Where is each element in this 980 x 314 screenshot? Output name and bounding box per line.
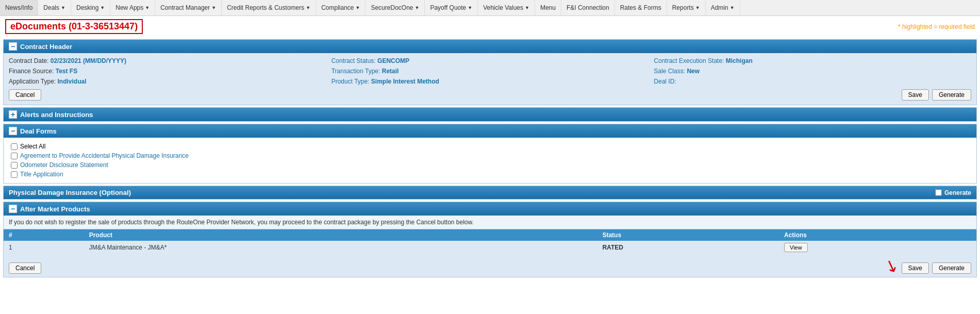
nav-desking[interactable]: Desking ▼	[71, 0, 110, 15]
accidental-damage-checkbox[interactable]	[11, 153, 18, 159]
alerts-section: + Alerts and Instructions	[3, 107, 977, 122]
deal-forms-section: − Deal Forms Select All Agreement to Pro…	[3, 124, 977, 184]
aftermarket-table: # Product Status Actions 1 JM&A Maintena…	[4, 229, 976, 254]
contract-header-grid: Contract Date: 02/23/2021 (MM/DD/YYYY) C…	[9, 56, 971, 86]
aftermarket-note: If you do not wish to register the sale …	[4, 216, 976, 229]
checkbox-accidental-damage: Agreement to Provide Accidental Physical…	[11, 151, 969, 160]
physical-damage-section: Physical Damage Insurance (Optional) Gen…	[3, 186, 977, 200]
row-num: 1	[4, 241, 84, 254]
aftermarket-section: − After Market Products If you do not wi…	[3, 202, 977, 277]
aftermarket-table-body: 1 JM&A Maintenance - JM&A* RATED View	[4, 241, 976, 254]
table-row: 1 JM&A Maintenance - JM&A* RATED View	[4, 241, 976, 254]
view-button[interactable]: View	[784, 243, 808, 252]
chevron-down-icon: ▼	[100, 5, 105, 10]
aftermarket-label: After Market Products	[20, 205, 90, 213]
accidental-damage-link[interactable]: Agreement to Provide Accidental Physical…	[20, 152, 189, 159]
chevron-down-icon: ▼	[61, 5, 65, 10]
row-status: RATED	[597, 241, 779, 254]
pdi-generate-area: Generate	[935, 189, 971, 196]
navigation-bar: News/Info Deals ▼ Desking ▼ New Apps ▼ C…	[0, 0, 980, 16]
nav-rates-forms[interactable]: Rates & Forms	[615, 0, 667, 15]
nav-new-apps[interactable]: New Apps ▼	[110, 0, 155, 15]
nav-reports[interactable]: Reports ▼	[667, 0, 706, 15]
nav-menu[interactable]: Menu	[535, 0, 561, 15]
aftermarket-right-area: ↘ Save Generate	[885, 257, 971, 274]
red-arrow-icon: ↘	[882, 255, 901, 275]
deal-forms-toggle[interactable]: − Deal Forms	[4, 124, 976, 138]
chevron-down-icon: ▼	[695, 5, 700, 10]
contract-date-field: Contract Date: 02/23/2021 (MM/DD/YYYY)	[9, 56, 326, 65]
alerts-label: Alerts and Instructions	[20, 111, 93, 119]
arrow-indicator: ↘	[885, 257, 899, 274]
physical-damage-label: Physical Damage Insurance (Optional)	[9, 189, 131, 196]
contract-status-field: Contract Status: GENCOMP	[331, 56, 649, 65]
aftermarket-content: If you do not wish to register the sale …	[4, 216, 976, 277]
collapse-icon: −	[9, 42, 17, 51]
aftermarket-cancel-button[interactable]: Cancel	[9, 262, 41, 274]
contract-header-content: Contract Date: 02/23/2021 (MM/DD/YYYY) C…	[4, 53, 976, 105]
nav-news-info[interactable]: News/Info	[0, 0, 38, 15]
checkbox-title-application: Title Application	[11, 170, 969, 179]
save-button[interactable]: Save	[902, 89, 929, 101]
alerts-toggle[interactable]: + Alerts and Instructions	[4, 108, 976, 121]
aftermarket-save-button[interactable]: Save	[902, 262, 929, 274]
nav-admin[interactable]: Admin ▼	[706, 0, 740, 15]
chevron-down-icon: ▼	[730, 5, 735, 10]
product-type-field: Product Type: Simple Interest Method	[331, 77, 649, 86]
aftermarket-generate-button[interactable]: Generate	[932, 262, 971, 274]
select-all-checkbox[interactable]	[11, 143, 18, 150]
col-status: Status	[597, 229, 779, 241]
pdi-generate-label: Generate	[944, 189, 971, 196]
nav-vehicle-values[interactable]: Vehicle Values ▼	[478, 0, 535, 15]
chevron-down-icon: ▼	[468, 5, 472, 10]
checkbox-odometer: Odometer Disclosure Statement	[11, 160, 969, 170]
collapse-icon: −	[9, 205, 17, 213]
sale-class-field: Sale Class: New	[654, 67, 971, 76]
required-field-note: * highlighted = required field	[898, 23, 975, 30]
contract-header-label: Contract Header	[20, 43, 72, 51]
nav-deals[interactable]: Deals ▼	[38, 0, 71, 15]
odometer-checkbox[interactable]	[11, 162, 18, 169]
checkbox-select-all: Select All	[11, 142, 969, 151]
contract-header-buttons: Cancel Save Generate	[9, 86, 971, 102]
chevron-down-icon: ▼	[211, 5, 216, 10]
contract-header-toggle[interactable]: − Contract Header	[4, 40, 976, 53]
nav-credit-reports[interactable]: Credit Reports & Customers ▼	[222, 0, 316, 15]
expand-icon: +	[9, 110, 17, 119]
nav-payoff-quote[interactable]: Payoff Quote ▼	[425, 0, 478, 15]
nav-compliance[interactable]: Compliance ▼	[316, 0, 366, 15]
page-title: eDocuments (01-3-36513447)	[5, 19, 143, 34]
deal-id-field: Deal ID:	[654, 77, 971, 86]
finance-source-field: Finance Source: Test FS	[9, 67, 326, 76]
transaction-type-field: Transaction Type: Retail	[331, 67, 649, 76]
nav-fi-connection[interactable]: F&I Connection	[561, 0, 615, 15]
title-application-link[interactable]: Title Application	[20, 171, 63, 178]
col-product: Product	[84, 229, 597, 241]
contract-header-section: − Contract Header Contract Date: 02/23/2…	[3, 39, 977, 105]
deal-forms-label: Deal Forms	[20, 127, 57, 135]
cancel-button[interactable]: Cancel	[9, 89, 41, 101]
save-generate-buttons: Save Generate	[902, 89, 971, 101]
physical-damage-header[interactable]: Physical Damage Insurance (Optional) Gen…	[4, 186, 976, 199]
col-num: #	[4, 229, 84, 241]
aftermarket-table-header: # Product Status Actions	[4, 229, 976, 241]
title-application-checkbox[interactable]	[11, 171, 18, 178]
execution-state-field: Contract Execution State: Michigan	[654, 56, 971, 65]
col-actions: Actions	[779, 229, 976, 241]
aftermarket-toggle[interactable]: − After Market Products	[4, 202, 976, 216]
deal-forms-content: Select All Agreement to Provide Accident…	[4, 138, 976, 183]
nav-contract-manager[interactable]: Contract Manager ▼	[155, 0, 222, 15]
collapse-icon: −	[9, 127, 17, 135]
chevron-down-icon: ▼	[145, 5, 150, 10]
select-all-label: Select All	[20, 143, 45, 150]
chevron-down-icon: ▼	[306, 5, 310, 10]
odometer-link[interactable]: Odometer Disclosure Statement	[20, 161, 108, 169]
nav-securedocone[interactable]: SecureDocOne ▼	[366, 0, 425, 15]
row-product: JM&A Maintenance - JM&A*	[84, 241, 597, 254]
chevron-down-icon: ▼	[525, 5, 529, 10]
page-header: eDocuments (01-3-36513447) * highlighted…	[0, 16, 980, 37]
generate-button[interactable]: Generate	[932, 89, 971, 101]
application-type-field: Application Type: Individual	[9, 77, 326, 86]
pdi-generate-checkbox[interactable]	[935, 189, 942, 196]
chevron-down-icon: ▼	[356, 5, 360, 10]
